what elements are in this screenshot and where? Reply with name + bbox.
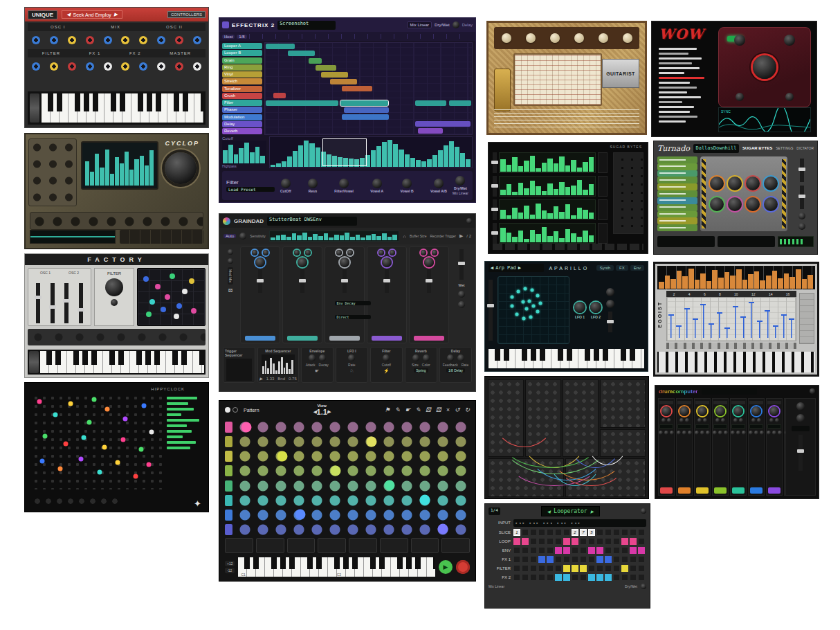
- step-cell[interactable]: [547, 565, 554, 572]
- slice-cell[interactable]: [605, 529, 612, 536]
- step-cell[interactable]: [563, 565, 570, 572]
- patch-cable[interactable]: [558, 444, 623, 487]
- channel-knob[interactable]: [659, 431, 663, 435]
- step-bar[interactable]: [536, 234, 541, 242]
- rate-knob[interactable]: [457, 354, 464, 361]
- step-bar[interactable]: [500, 159, 506, 172]
- step-bar[interactable]: [518, 231, 524, 242]
- matrix-pad[interactable]: [176, 303, 182, 309]
- mini-panel[interactable]: [411, 538, 439, 553]
- grid-dot[interactable]: [105, 407, 110, 412]
- effect-slot[interactable]: [657, 217, 697, 224]
- grid-dot[interactable]: [58, 466, 63, 471]
- step-bar[interactable]: [530, 215, 536, 219]
- pitch-marker[interactable]: [781, 314, 787, 338]
- channel-knob[interactable]: [670, 431, 674, 435]
- next-icon[interactable]: ▶: [327, 409, 331, 415]
- channel-main-knob[interactable]: [661, 406, 671, 416]
- pitch-grid[interactable]: [666, 297, 796, 341]
- channel-knob[interactable]: [679, 418, 684, 422]
- filter-type-item[interactable]: [659, 57, 702, 60]
- step-bar[interactable]: [571, 160, 576, 172]
- page-tab[interactable]: FX: [616, 265, 628, 271]
- channel-header[interactable]: [767, 401, 780, 404]
- cyclop-main-knob[interactable]: [165, 152, 197, 184]
- slice-cell[interactable]: [638, 529, 645, 536]
- effect-slot[interactable]: [657, 163, 697, 170]
- pitch-marker[interactable]: [789, 318, 794, 338]
- button-pad[interactable]: [613, 152, 643, 234]
- cutoff-bar[interactable]: [260, 156, 265, 163]
- pin-icon[interactable]: ⚑: [385, 406, 390, 413]
- filter-knob[interactable]: [339, 179, 349, 188]
- sequencer-block[interactable]: [288, 51, 315, 56]
- step-cell[interactable]: [588, 556, 595, 563]
- step-bar[interactable]: [530, 156, 536, 172]
- grid-dot[interactable]: [40, 458, 45, 463]
- effect-row-label[interactable]: Ring: [222, 64, 262, 71]
- channel-pad[interactable]: [714, 487, 727, 494]
- mix-mode-select[interactable]: Mix Linear: [407, 21, 432, 28]
- unique-knob[interactable]: [86, 62, 94, 71]
- mod-bar[interactable]: [267, 368, 269, 374]
- sequencer-grid[interactable]: [264, 42, 473, 135]
- pencil-icon[interactable]: ✎: [415, 406, 421, 413]
- step-bar[interactable]: [583, 231, 588, 242]
- master-fader[interactable]: [798, 435, 803, 471]
- hippyclock-grid[interactable]: [32, 394, 162, 489]
- dice-icon[interactable]: ⚄: [436, 406, 441, 413]
- filter-type-item[interactable]: [659, 67, 700, 69]
- channel-pad[interactable]: [678, 487, 691, 494]
- pitch-marker[interactable]: [749, 302, 754, 339]
- filter-type-item[interactable]: [659, 82, 690, 84]
- step-cell[interactable]: [638, 547, 645, 554]
- auto-button[interactable]: Auto: [223, 234, 236, 238]
- title-lcd[interactable]: ◀ Looperator ▶: [541, 506, 600, 516]
- step-cell[interactable]: [613, 556, 620, 563]
- effect-knob[interactable]: [746, 177, 760, 190]
- effect-slot[interactable]: [657, 211, 697, 218]
- column-knob[interactable]: [305, 250, 311, 255]
- filter-knob[interactable]: [434, 179, 444, 188]
- step-bar[interactable]: [524, 161, 529, 172]
- effect-slot[interactable]: [657, 204, 697, 211]
- step-cell[interactable]: [513, 574, 520, 581]
- grid-dot[interactable]: [138, 447, 143, 452]
- slot-lcd[interactable]: [657, 236, 715, 247]
- step-bar[interactable]: [583, 162, 588, 172]
- sequencer-block[interactable]: [415, 121, 471, 127]
- row-tab[interactable]: [225, 524, 232, 535]
- unique-knob[interactable]: [139, 62, 147, 71]
- column-main-knob[interactable]: [424, 258, 434, 267]
- right-fader[interactable]: [608, 312, 612, 332]
- step-cell[interactable]: [638, 556, 645, 563]
- pattern-keyboard[interactable]: C1 C2: [238, 557, 435, 577]
- channel-main-knob[interactable]: [751, 406, 761, 416]
- step-bar[interactable]: [559, 212, 565, 219]
- preset-display[interactable]: StutterBeat DWSEnv: [267, 217, 357, 226]
- step-bar[interactable]: [559, 156, 565, 172]
- cyclop-pad-strip[interactable]: [120, 230, 203, 244]
- slice-cell[interactable]: 1: [513, 529, 520, 536]
- slice-cell[interactable]: [522, 529, 529, 536]
- step-cell[interactable]: [563, 556, 570, 563]
- step-bar[interactable]: [565, 229, 571, 243]
- filter-type-item[interactable]: [659, 53, 688, 55]
- filter-knob[interactable]: [308, 179, 318, 188]
- channel-knob[interactable]: [706, 431, 710, 435]
- cyclop-knob-strip[interactable]: [30, 212, 203, 230]
- step-bar[interactable]: [500, 228, 506, 242]
- row-tab[interactable]: [225, 451, 232, 462]
- lfo-rate-knob[interactable]: [348, 354, 355, 361]
- octave-up-button[interactable]: +12: [225, 561, 235, 566]
- patch-cable[interactable]: [509, 438, 599, 486]
- step-cell[interactable]: [547, 538, 554, 545]
- effect-row-label[interactable]: Delay: [222, 121, 262, 127]
- amp-knob[interactable]: [574, 33, 584, 43]
- channel-header[interactable]: [749, 401, 763, 404]
- mod-mix-button[interactable]: Mod Mix: [228, 267, 233, 285]
- effect-row-label[interactable]: Modulation: [222, 114, 262, 120]
- sequencer-block[interactable]: [321, 72, 348, 78]
- size-knob[interactable]: [412, 354, 419, 361]
- mixer-fader[interactable]: [79, 283, 83, 323]
